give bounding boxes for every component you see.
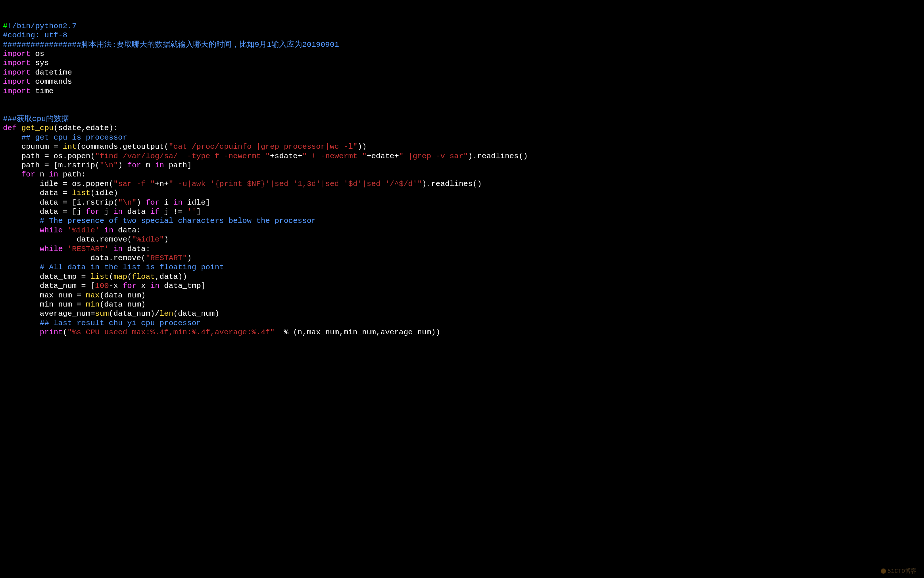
keyword: for (21, 170, 35, 179)
keyword: while (40, 245, 63, 253)
number: 100 (95, 282, 109, 290)
keyword: in (104, 226, 113, 235)
keyword: in (173, 198, 182, 207)
string: "%idle" (132, 235, 164, 244)
keyword: for (127, 161, 141, 169)
comment: ## last result chu yi cpu processor (3, 319, 201, 327)
builtin: max (86, 291, 100, 300)
keyword: print (40, 328, 63, 336)
import-keyword: import (3, 59, 31, 67)
keyword: in (113, 208, 122, 216)
builtin: list (72, 189, 90, 197)
keyword: in (113, 245, 122, 253)
builtin: len (159, 310, 173, 318)
builtin: float (132, 273, 155, 281)
builtin: int (63, 143, 77, 151)
keyword: in (49, 170, 58, 179)
code-editor: #!/bin/python2.7 #coding: utf-8 ########… (3, 21, 921, 337)
builtin: list (90, 273, 109, 281)
string: " ! -newermt " (302, 152, 367, 161)
function-params: (sdate,edate): (54, 124, 118, 132)
string: '' (187, 208, 196, 216)
coding-comment: #coding: utf-8 (3, 31, 67, 39)
def-keyword: def (3, 124, 17, 132)
shebang-path: !/bin/python2.7 (8, 22, 77, 30)
keyword: in (150, 282, 159, 290)
import-module: commands (31, 78, 72, 86)
import-keyword: import (3, 87, 31, 95)
builtin: min (86, 300, 100, 309)
comment: ## get cpu is processor (3, 133, 127, 142)
string: "sar -f " (113, 180, 154, 188)
string: "cat /proc/cpuinfo |grep processor|wc -l… (169, 143, 358, 151)
import-module: datetime (31, 68, 72, 77)
string: " -u|awk '{print $NF}'|sed '1,3d'|sed '$… (169, 180, 422, 188)
string: "find /var/log/sa/ -type f -newermt " (95, 152, 270, 161)
import-keyword: import (3, 78, 31, 86)
section-comment: ###获取cpu的数据 (3, 115, 69, 123)
import-keyword: import (3, 68, 31, 77)
comment: # All data in the list is floating point (3, 263, 224, 271)
comment: # The presence of two special characters… (3, 217, 316, 225)
string: "%s CPU useed max:%.4f,min:%.4f,average:… (67, 328, 274, 336)
builtin: map (113, 273, 127, 281)
keyword: for (86, 208, 100, 216)
keyword: if (150, 208, 159, 216)
keyword: for (146, 198, 160, 207)
import-keyword: import (3, 50, 31, 58)
function-name: get_cpu (21, 124, 54, 132)
keyword: for (123, 282, 136, 290)
import-module: os (31, 50, 45, 58)
usage-comment: #################脚本用法:要取哪天的数据就输入哪天的时间，比如… (3, 41, 339, 49)
string: "\n" (100, 161, 118, 169)
string: "RESTART" (146, 254, 187, 262)
keyword: while (40, 226, 63, 235)
builtin: sum (95, 310, 109, 318)
string: '%idle' (67, 226, 99, 235)
string: "\n" (118, 198, 136, 207)
string: " |grep -v sar" (399, 152, 468, 161)
shebang-hash: # (3, 22, 8, 30)
string: 'RESTART' (67, 245, 109, 253)
import-module: time (31, 87, 54, 95)
import-module: sys (31, 59, 49, 67)
keyword: in (155, 161, 164, 169)
